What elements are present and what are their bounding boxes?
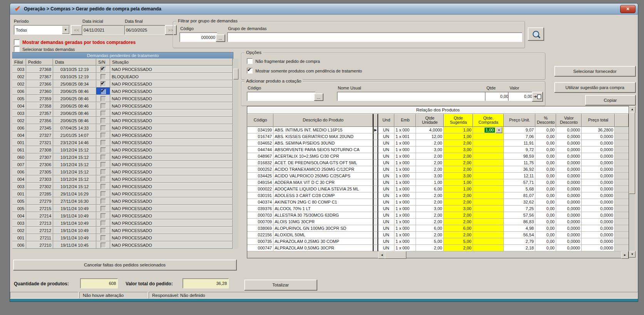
produtos-col-header[interactable]: Código (247, 114, 273, 127)
table-row[interactable]: 0022735620/06/25 08:46NAO PROCESSADO (12, 117, 233, 124)
demandas-vscroll-thumb[interactable] (233, 69, 238, 79)
vscroll-down-icon[interactable]: ▼ (629, 251, 636, 258)
sn-checkbox-cell[interactable] (96, 234, 110, 241)
table-row[interactable]: 0042735820/06/25 08:46NAO PROCESSADO (12, 102, 233, 109)
sn-checkbox[interactable] (101, 213, 106, 219)
sn-checkbox-cell[interactable] (96, 212, 110, 219)
table-row[interactable]: 0602730710/12/24 15:12NAO PROCESSADO (12, 153, 233, 161)
table-row[interactable]: 0012732123/12/24 14:46NAO PROCESSADO (12, 139, 233, 146)
table-row[interactable]: 0062734507/04/25 14:33NAO PROCESSADO (12, 124, 233, 131)
sn-checkbox-cell[interactable] (96, 205, 110, 212)
sn-checkbox-cell[interactable] (96, 168, 110, 175)
demandas-col-header[interactable]: Filial (12, 59, 26, 66)
sn-checkbox-cell[interactable] (96, 227, 110, 234)
period-prev-button[interactable]: << (71, 25, 82, 35)
sn-checkbox[interactable] (101, 89, 106, 94)
filtro-codigo-lookup-button[interactable]: ... (216, 34, 225, 42)
produtos-vscrollbar[interactable]: ▲ ▼ (629, 106, 635, 258)
add-codigo-lookup-button[interactable]: ... (314, 93, 323, 101)
table-row[interactable]: 0022736703/10/25 12:19BLOQUEADO (12, 73, 233, 80)
sn-checkbox-cell[interactable] (96, 146, 110, 153)
table-row[interactable]: 034199ABS. INTIMUS INT. MEDIO L16P15▶UN1… (247, 127, 629, 133)
mostrar-somente-row[interactable]: Mostrar somente produtos com pendência d… (247, 68, 362, 74)
sn-checkbox[interactable] (101, 243, 106, 248)
table-row[interactable]: 0032721319/11/24 10:49NAO PROCESSADO (12, 219, 233, 227)
table-row[interactable]: 0062736020/06/25 08:46NAO PROCESSADO (12, 88, 233, 95)
produtos-vscroll-thumb[interactable] (629, 112, 635, 194)
vscroll-up-icon[interactable]: ▲ (629, 106, 636, 113)
table-row[interactable]: 0062721019/11/24 10:45NAO PROCESSADO (12, 241, 233, 249)
table-row[interactable]: 0012728529/11/24 16:29NAO PROCESSADO (12, 190, 233, 197)
produtos-col-header[interactable]: Qtde Sugerida (444, 114, 473, 127)
demandas-col-header[interactable]: S/N (96, 59, 110, 66)
produtos-col-header[interactable]: Qtde. Comprada (473, 114, 504, 127)
table-row[interactable]: 016832ACET. DE PREDNISOLONA GTS OFT 5MLU… (247, 160, 629, 166)
close-button[interactable]: ✕ (620, 5, 636, 13)
sn-checkbox[interactable] (101, 191, 106, 197)
table-row[interactable]: 000022ADOÇANTE LIQUIDO LINEA STEVIA 25 M… (247, 186, 629, 192)
table-row[interactable]: 0052727927/11/24 16:30NAO PROCESSADO (12, 197, 233, 205)
table-row[interactable]: 0032730210/12/24 15:12NAO PROCESSADO (12, 183, 233, 190)
table-row[interactable]: 000703ALLESTRA 30 75/30MCG 63DRGUN1 x 00… (247, 212, 629, 219)
sn-checkbox-cell[interactable] (96, 102, 110, 109)
utilizar-sugestao-button[interactable]: Utilizar sugestão para compra (554, 82, 636, 93)
title-bar[interactable]: ✔ Operação > Compras > Gerar pedido de c… (10, 3, 638, 15)
table-row[interactable]: 0022721219/11/24 10:49NAO PROCESSADO (12, 227, 233, 234)
filtro-codigo-field[interactable]: 000000 (179, 32, 217, 42)
table-row[interactable]: 0042721419/11/24 10:49NAO PROCESSADO (12, 212, 233, 219)
search-demandas-button[interactable] (528, 27, 544, 40)
sn-checkbox[interactable] (101, 67, 106, 72)
demandas-col-header[interactable]: Data (53, 59, 96, 66)
sn-checkbox-cell[interactable] (96, 219, 110, 227)
sn-checkbox[interactable] (101, 199, 106, 204)
sn-checkbox-cell[interactable] (96, 161, 110, 168)
chevron-down-icon[interactable]: ▼ (62, 26, 69, 34)
produtos-col-header[interactable]: Und (378, 114, 394, 127)
data-final-field[interactable]: 06/10/2025 (124, 25, 166, 35)
sn-checkbox-cell[interactable] (96, 124, 110, 131)
add-valor-field[interactable]: 0,00 (508, 92, 534, 101)
sn-checkbox-cell[interactable] (96, 73, 110, 80)
hscroll-right-icon[interactable]: ► (621, 251, 629, 259)
table-row[interactable]: 000735ALPRAZOLAM 0,25MG 30 COMPUN1 x 000… (247, 238, 629, 245)
add-codigo-field[interactable] (247, 92, 315, 101)
sn-checkbox-cell[interactable] (96, 117, 110, 124)
produtos-col-header[interactable]: % Desconto (535, 114, 556, 127)
produtos-col-header[interactable]: Preço total (582, 114, 615, 127)
table-row[interactable]: 0612730810/12/24 15:12NAO PROCESSADO (12, 146, 233, 153)
produtos-col-header[interactable] (373, 114, 378, 127)
table-row[interactable]: 048967ACERTALIX 10+2,5MG C/30 CPRUN1 x 0… (247, 153, 629, 160)
demandas-vscrollbar[interactable] (233, 59, 238, 249)
mostrar-somente-checkbox[interactable] (247, 68, 253, 74)
sn-checkbox-cell[interactable] (96, 95, 110, 102)
sn-checkbox[interactable] (101, 74, 106, 79)
cell-qtde_comprada[interactable]: 1,00▼ (473, 127, 504, 133)
demandas-col-header[interactable]: Pedido (26, 59, 53, 66)
table-row[interactable]: 030191ADOLESS 3 CART C/28 COMPUN1 x 0002… (247, 192, 629, 199)
table-row[interactable]: 0032735720/06/25 08:46NAO PROCESSADO (12, 109, 233, 117)
totalizar-button[interactable]: Totalizar (244, 280, 317, 290)
table-row[interactable]: 0052721519/11/24 10:49NAO PROCESSADO (12, 205, 233, 212)
sn-checkbox[interactable] (101, 140, 106, 145)
demandas-col-header[interactable]: Situação (110, 59, 233, 66)
table-row[interactable]: 044744ABSORVENTE PARA SEIOS NOTURNO CAUN… (247, 147, 629, 153)
sn-checkbox-cell[interactable] (96, 109, 110, 117)
sn-checkbox[interactable] (101, 235, 106, 241)
produtos-col-header[interactable]: Descrição do Produto (273, 114, 373, 127)
grupo-demandas-field[interactable] (227, 32, 522, 42)
table-row[interactable]: 040374AKINETON 2MG C 80 COMP C1UN1 x 000… (247, 199, 629, 206)
qtde-comprada-edit-value[interactable]: 1,00 (485, 128, 495, 133)
table-row[interactable]: 000747ALPRAZOLAM 0,50MG 30CPRUN1 x 0002,… (247, 245, 629, 251)
sn-checkbox-cell[interactable] (96, 88, 110, 95)
qtde-comprada-dropdown-icon[interactable]: ▼ (496, 127, 502, 133)
produtos-col-header[interactable]: Qtde Unidade (416, 114, 444, 127)
selecionar-fornecedor-button[interactable]: Selecionar fornecedor (554, 66, 636, 76)
table-row[interactable]: 0022736625/08/25 08:34NAO PROCESSADO (12, 80, 233, 88)
copiar-button[interactable]: Copiar (585, 95, 636, 105)
table-row[interactable]: 0072730610/12/24 15:12NAO PROCESSADO (12, 161, 233, 168)
nome-usual-field[interactable] (337, 92, 486, 101)
table-row[interactable]: 000709ALOIS 10MG 30CPRUN1 x 0002,002,008… (247, 219, 629, 225)
table-row[interactable]: 0042732721/01/25 14:07NAO PROCESSADO (12, 131, 233, 139)
add-qtde-field[interactable]: 0,00 (485, 92, 510, 101)
sn-checkbox-cell[interactable] (96, 197, 110, 205)
